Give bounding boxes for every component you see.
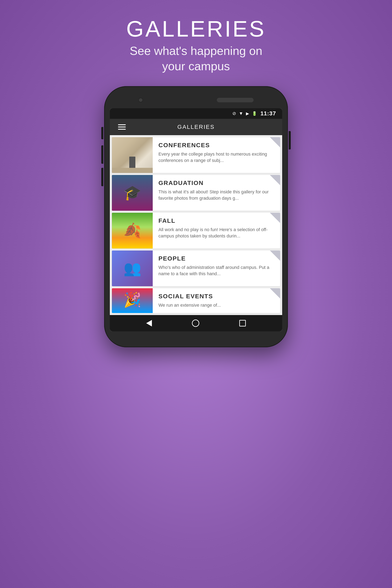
gallery-item-graduation[interactable]: GRADUATION This is what it's all about! … [112,175,280,211]
recents-square-icon [239,320,246,326]
app-header: GALLERIES [110,119,282,135]
volume-silent-button [101,127,103,139]
gallery-title-people: PEOPLE [158,255,275,262]
gallery-image-people [112,250,153,286]
phone-bottom-bezel [110,331,282,342]
gallery-title-conferences: CONFERENCES [158,142,275,149]
social-events-image-graphic [112,288,153,313]
gallery-content-conferences: CONFERENCES Every year the college plays… [153,137,280,173]
corner-indicator-conferences [270,137,280,148]
home-circle-icon [192,320,199,327]
front-camera [138,98,143,102]
back-triangle-icon [146,320,152,326]
volume-up-button [101,145,103,164]
status-icons: ⊘ ▼ ◀ 🔋 [232,111,257,116]
page-header: GALLERIES See what's happening onyour ca… [126,16,266,74]
gallery-title-graduation: GRADUATION [158,180,275,186]
blocked-icon: ⊘ [232,111,236,116]
gallery-item-fall[interactable]: FALL All work and no play is no fun! Her… [112,213,280,248]
page-subtitle: See what's happening onyour campus [126,43,266,74]
wifi-icon: ▼ [239,111,243,116]
hamburger-line-2 [118,126,126,128]
gallery-item-people[interactable]: PEOPLE Who's who of administration staff… [112,250,280,286]
people-image-graphic [112,250,153,286]
gallery-image-conferences [112,137,153,173]
phone-screen: ⊘ ▼ ◀ 🔋 11:37 GALLERIES [110,108,282,331]
menu-button[interactable] [118,124,126,130]
conferences-image-graphic [112,137,153,173]
corner-indicator-people [270,250,280,261]
phone-bottom-nav [110,315,282,331]
gallery-desc-fall: All work and no play is no fun! Here's a… [158,226,275,239]
status-bar: ⊘ ▼ ◀ 🔋 11:37 [110,108,282,119]
app-bar-title: GALLERIES [178,124,215,130]
hamburger-line-1 [118,124,126,125]
gallery-desc-conferences: Every year the college plays host to num… [158,151,275,164]
gallery-content-social-events: SOCIAL EVENTS We run an extensive range … [153,288,280,313]
gallery-item-conferences[interactable]: CONFERENCES Every year the college plays… [112,137,280,173]
nav-home-button[interactable] [192,320,199,327]
gallery-title-fall: FALL [158,217,275,224]
gallery-image-social-events [112,288,153,313]
earpiece-speaker [217,98,254,102]
gallery-title-social-events: SOCIAL EVENTS [158,293,275,300]
gallery-item-social-events[interactable]: SOCIAL EVENTS We run an extensive range … [112,288,280,313]
corner-indicator-social-events [270,288,280,298]
battery-icon: 🔋 [252,111,257,116]
signal-icon: ◀ [246,111,249,116]
corner-indicator-graduation [270,175,280,185]
gallery-list: CONFERENCES Every year the college plays… [110,135,282,315]
power-button [289,131,291,150]
hamburger-line-3 [118,129,126,130]
volume-down-button [101,168,103,186]
status-time: 11:37 [260,110,276,117]
gallery-content-graduation: GRADUATION This is what it's all about! … [153,175,280,211]
graduation-image-graphic [112,175,153,211]
gallery-content-people: PEOPLE Who's who of administration staff… [153,250,280,286]
nav-back-button[interactable] [146,320,152,326]
nav-recents-button[interactable] [239,320,246,326]
gallery-desc-graduation: This is what it's all about! Step inside… [158,189,275,202]
gallery-image-graduation [112,175,153,211]
fall-image-graphic [112,213,153,248]
gallery-desc-people: Who's who of administration staff around… [158,264,275,277]
page-main-title: GALLERIES [126,16,266,41]
gallery-image-fall [112,213,153,248]
gallery-content-fall: FALL All work and no play is no fun! Her… [153,213,280,248]
phone-device: ⊘ ▼ ◀ 🔋 11:37 GALLERIES [104,86,288,347]
gallery-desc-social-events: We run an extensive range of... [158,302,275,308]
phone-top-bar [110,92,282,108]
corner-indicator-fall [270,213,280,223]
